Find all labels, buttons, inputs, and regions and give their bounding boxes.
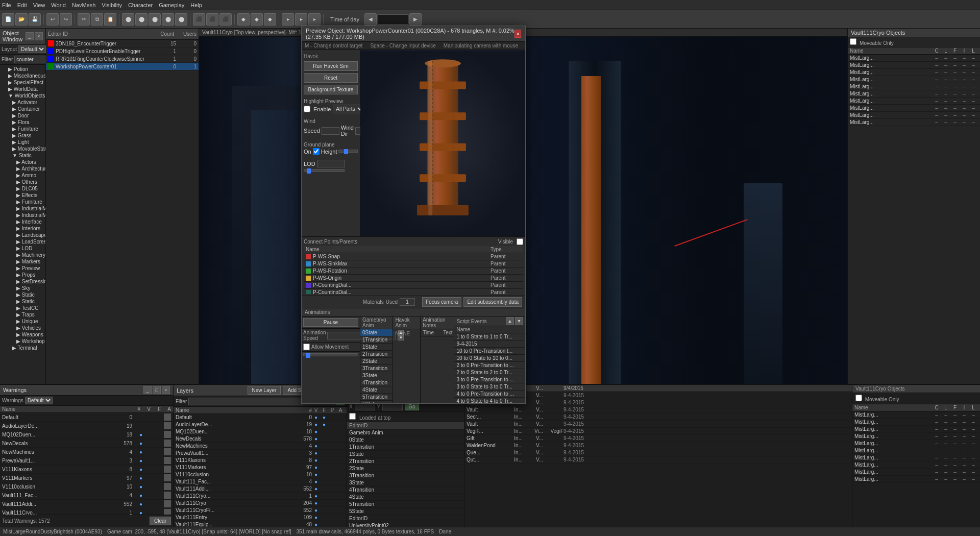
anim-slider[interactable] [303,353,358,356]
script-event-row[interactable]: 4 to 0 Pre-Transition to ... [454,391,525,398]
warning-row[interactable]: Vault111Cryo... 1 ● [0,508,173,515]
object-window-close[interactable]: × [35,32,43,40]
tree-item-static[interactable]: ▶ Static [0,291,45,298]
anim-row[interactable]: 1State [360,344,393,351]
edit-subassembly-btn[interactable]: Edit subassembly data [463,297,522,307]
menubar-file[interactable]: File [2,2,11,8]
cellview-row[interactable]: UniversityPoint02 [347,522,464,527]
time-increase-btn[interactable]: ▶ [409,13,422,26]
anim-row[interactable]: 5State [360,401,393,403]
layer-row[interactable]: Vault111Addi... 552 ● [174,485,347,493]
tree-item-flora[interactable]: ▶ Flora [0,119,45,126]
preview-3d-viewport[interactable] [360,50,525,236]
anim-row[interactable]: 2Transition [360,351,393,358]
toolbar-btn7[interactable]: ⬛ [206,13,218,26]
tree-item-unique[interactable]: ▶ Unique [0,318,45,325]
warning-row[interactable]: NewMachines 4 ● [0,448,173,456]
tree-item-effects[interactable]: ▶ Effects [0,192,45,199]
warning-row[interactable]: Default 0 [0,413,173,422]
fr-row[interactable]: MistLarg... – – – – – [852,469,980,476]
wind-speed-input[interactable]: 0 [322,127,339,135]
connect-point-row[interactable]: P-WS-Origin Parent [304,275,523,282]
cellview-row[interactable]: 3State [347,479,464,486]
warning-row[interactable]: PrewaVault1... 3 ● [0,456,173,465]
time-decrease-btn[interactable]: ◀ [364,13,377,26]
fr-row[interactable]: MistLarg... – – – – – [852,461,980,469]
toolbar-btn8[interactable]: ⬛ [219,13,232,26]
tree-item-industrialmachi---[interactable]: ▶ IndustrialMachi... [0,205,45,212]
preview-dialog-close[interactable]: × [514,30,521,38]
toolbar-btn9[interactable]: ◆ [237,13,250,26]
tree-item-preview[interactable]: ▶ Preview [0,265,45,272]
warning-eye-icon[interactable] [164,492,171,499]
toolbar-btn2[interactable]: ⬤ [135,13,148,26]
toolbar-btn13[interactable]: ▸ [295,13,307,26]
menubar-help[interactable]: Help [190,2,202,8]
fr-row[interactable]: MistLarg... – – – – – [852,426,980,433]
layer-row[interactable]: Vault111CryoFi... 552 ● [174,507,347,514]
tree-item-loadscreenart[interactable]: ▶ LoadScreenArt [0,238,45,245]
connect-point-row[interactable]: P-CountingDial... Parent [304,289,523,294]
cellview-row[interactable]: 3Transition [347,472,464,479]
script-events-scroll-down[interactable]: ▼ [515,317,523,325]
script-event-row[interactable]: 10 to 0 State to 10 to 0... [454,355,525,362]
list-row-rrr101ringcounterclockwisespinner[interactable]: RRR101RingCounterClockwiseSpinner 1 0 [46,55,199,63]
warning-eye-icon[interactable] [164,413,171,421]
vault-row[interactable]: MistLarg... – – – – – [848,69,980,76]
layer-row[interactable]: PrewaVault1... 3 ● [174,450,347,457]
height-slider[interactable] [338,150,358,153]
vault-moveable-checkbox[interactable] [850,38,856,45]
warning-row[interactable]: Vault111Addi... 552 ● [0,500,173,508]
toolbar-copy[interactable]: ⧉ [91,13,103,26]
anim-row[interactable]: 2State [360,358,393,365]
cellview-row[interactable]: Gamebro Anim [347,429,464,436]
toolbar-btn5[interactable]: ⬤ [175,13,187,26]
tree-item-architecture[interactable]: ▶ Architecture [0,165,45,172]
rt-row[interactable]: WaldenPond In... V... 9-4-2015 [464,442,852,449]
script-event-row[interactable]: 2 to 0 Pre-Transition to ... [454,362,525,369]
tree-item-testcc[interactable]: ▶ TestCC [0,305,45,311]
toolbar-btn11[interactable]: ◆ [264,13,276,26]
anim-row[interactable]: 3State [360,372,393,379]
vault-row[interactable]: MistLarg... – – – – – [848,98,980,105]
fr-row[interactable]: MistLarg... – – – – – [852,411,980,419]
ground-plane-checkbox[interactable] [313,148,320,155]
tree-item-lod[interactable]: ▶ LOD [0,245,45,252]
layer-row[interactable]: AudioLayerDe... 19 ● ● [174,421,347,428]
layer-row[interactable]: V111Markers 97 ● [174,464,347,471]
cellview-row[interactable]: 2Transition [347,458,464,465]
toolbar-btn12[interactable]: ▸ [282,13,294,26]
list-row-3dn160-encountertrigger[interactable]: 3DN160_EncounterTrigger 15 0 [46,40,199,47]
vault-row[interactable]: MistLarg... – – – – – [848,62,980,69]
connect-point-row[interactable]: P-CountingDial... Parent [304,282,523,289]
fr-row[interactable]: MistLarg... – – – – – [852,419,980,426]
layer-row[interactable]: Vault111_Fac... 4 ● [174,478,347,485]
cellview-loaded-checkbox[interactable] [349,413,356,420]
layer-row[interactable]: Default 0 ● ● [174,414,347,421]
vault-row[interactable]: MistLarg... – – – – – [848,55,980,62]
vault-row[interactable]: MistLarg... – – – – – [848,112,980,119]
tree-item-dlc05[interactable]: ▶ DLC05 [0,185,45,192]
toolbar-new[interactable]: 📄 [2,13,14,26]
connect-points-visible-checkbox[interactable] [517,238,523,245]
rt-row[interactable]: Vault In... V... 9-4-2015 [464,421,852,428]
warning-eye-icon[interactable] [164,466,171,473]
tree-item-container[interactable]: ▶ Container [0,106,45,112]
tree-item-actors[interactable]: ▶ Actors [0,159,45,165]
warning-eye-icon[interactable] [164,431,171,438]
warning-eye-icon[interactable] [164,422,171,429]
cellview-row[interactable]: 4State [347,494,464,501]
script-event-row[interactable]: 4 to 0 State to 4 to 0 Tr... [454,398,525,403]
toolbar-paste[interactable]: 📋 [104,13,116,26]
anim-row[interactable]: 1Transition [360,336,393,344]
layout-select[interactable]: Default [18,45,46,53]
script-event-row[interactable]: 1 to 0 State to 1 to 0 Tr... [454,333,525,340]
rt-row[interactable]: Gift In... V... 9-4-2015 [464,435,852,442]
toolbar-undo[interactable]: ↩ [46,13,59,26]
anim-row[interactable]: 3Transition [360,365,393,372]
menubar-edit[interactable]: Edit [17,2,27,8]
lod-slider[interactable] [304,169,345,172]
warning-row[interactable]: V111Markers 97 ● [0,474,173,482]
warning-row[interactable]: V1110cclusion 10 ● [0,482,173,491]
list-col-editorid[interactable]: Editor ID [48,31,146,37]
